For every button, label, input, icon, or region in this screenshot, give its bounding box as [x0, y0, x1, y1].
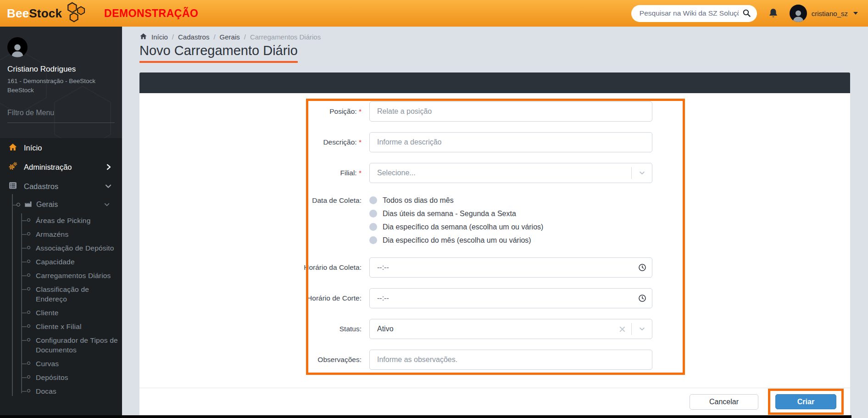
radio-dia-especifico-mes[interactable]: Dia específico do mês (escolha um ou vár…: [369, 234, 652, 247]
select-controls: [613, 319, 652, 339]
breadcrumb-separator: /: [244, 33, 246, 41]
chevron-down-icon[interactable]: [632, 170, 652, 176]
chevron-right-icon: [106, 163, 112, 171]
sidebar-item-label: Cadastros: [24, 182, 98, 191]
username: cristiano_sz: [812, 10, 848, 17]
gears-icon: [8, 162, 17, 173]
sidebar: Cristiano Rodrigues 161 - Demonstração -…: [0, 27, 122, 418]
descricao-input[interactable]: [369, 132, 652, 152]
cancel-button[interactable]: Cancelar: [690, 394, 758, 410]
radio-todos-os-dias[interactable]: Todos os dias do mês: [369, 194, 652, 207]
submenu-group-gerais[interactable]: Gerais: [0, 198, 122, 212]
form-row-posicao: Posição: *: [139, 101, 850, 122]
sidebar-item-label: Administração: [24, 163, 99, 172]
submenu-item-classificacao-de-endereco[interactable]: Classificação de Endereço: [0, 284, 118, 304]
clock-icon[interactable]: [638, 294, 646, 302]
sidebar-item-inicio[interactable]: Início: [0, 138, 122, 157]
submenu-item-areas-de-picking[interactable]: Áreas de Picking: [0, 216, 118, 225]
chevron-down-icon[interactable]: [632, 326, 652, 332]
main-content: Início / Cadastros / Gerais / Carregamen…: [122, 27, 868, 418]
bullet-icon: [27, 375, 30, 379]
home-icon: [8, 143, 17, 153]
create-button-highlight-annotation: Criar: [768, 389, 844, 415]
bullet-icon: [27, 246, 30, 249]
submenu-item-capacidade[interactable]: Capacidade: [0, 257, 118, 267]
submenu-item-cliente[interactable]: Cliente: [0, 308, 118, 318]
radio-button-icon[interactable]: [369, 196, 377, 204]
submenu-item-associacao-de-deposito[interactable]: Associação de Depósito: [0, 243, 118, 253]
sidebar-user-block: Cristiano Rodrigues 161 - Demonstração -…: [0, 27, 122, 95]
sidebar-item-administracao[interactable]: Administração: [0, 157, 122, 177]
bullet-icon: [27, 260, 30, 263]
form-panel-body: Posição: * Descrição: * Filial: * Seleci…: [139, 93, 850, 388]
wiki-search-input[interactable]: [631, 5, 757, 22]
submenu-item-cliente-x-filial[interactable]: Cliente x Filial: [0, 322, 118, 331]
submenu-item-carregamentos-diarios[interactable]: Carregamentos Diários: [0, 271, 118, 280]
horario-corte-input[interactable]: [369, 288, 652, 308]
sidebar-item-cadastros[interactable]: Cadastros: [0, 177, 122, 196]
observacoes-input[interactable]: [369, 350, 652, 370]
bullet-icon: [27, 311, 30, 314]
radio-button-icon[interactable]: [369, 223, 377, 231]
bullet-icon: [27, 287, 30, 290]
page-title: Novo Carregamento Diário: [139, 43, 298, 63]
radio-dias-uteis[interactable]: Dias úteis da semana - Segunda a Sexta: [369, 207, 652, 220]
submenu-item-configurador-de-tipos-de-documentos[interactable]: Configurador de Tipos de Documentos: [0, 335, 118, 355]
submenu-item-docas[interactable]: Docas: [0, 386, 118, 396]
submenu-item-label: Capacidade: [36, 258, 75, 266]
required-asterisk: *: [359, 169, 362, 177]
radio-button-icon[interactable]: [369, 236, 377, 244]
horario-coleta-label: Horário da Coleta:: [139, 263, 369, 272]
posicao-input[interactable]: [369, 101, 652, 122]
submenu-item-curvas[interactable]: Curvas: [0, 359, 118, 368]
clear-x-icon[interactable]: [613, 326, 631, 333]
bullet-icon: [27, 324, 30, 328]
filial-select[interactable]: Selecione...: [369, 163, 652, 183]
label-text: Status:: [339, 325, 362, 333]
sidebar-user-org-line1: 161 - Demonstração - BeeStock: [7, 77, 115, 86]
radio-dia-especifico-semana[interactable]: Dia específico da semana (escolha um ou …: [369, 220, 652, 234]
breadcrumb-cadastros[interactable]: Cadastros: [178, 33, 209, 41]
submenu-item-label: Curvas: [36, 360, 59, 368]
bullet-icon: [27, 218, 30, 222]
status-select[interactable]: Ativo: [369, 319, 652, 339]
form-row-status: Status: Ativo: [139, 319, 850, 339]
bullet-icon: [27, 362, 30, 365]
label-text: Horário da Coleta:: [304, 263, 362, 271]
home-icon[interactable]: [139, 33, 147, 41]
cadastros-submenu-tree: Gerais Áreas de Picking Armazéns Associa…: [0, 198, 122, 396]
label-text: Data de Coleta:: [312, 196, 362, 204]
filial-select-placeholder: Selecione...: [377, 169, 416, 177]
sidebar-avatar: [7, 37, 28, 57]
menu-filter: [7, 107, 115, 124]
breadcrumb-inicio[interactable]: Início: [151, 33, 168, 41]
submenu-item-label: Depósitos: [36, 373, 68, 381]
sidebar-item-label: Início: [24, 144, 115, 152]
user-menu[interactable]: cristiano_sz: [790, 5, 858, 22]
radio-button-icon[interactable]: [369, 210, 377, 217]
label-text: Descrição:: [323, 138, 356, 146]
search-icon[interactable]: [742, 9, 751, 20]
radio-label: Dia específico da semana (escolha um ou …: [383, 223, 543, 231]
breadcrumb-separator: /: [213, 33, 215, 41]
sidebar-user-name: Cristiano Rodrigues: [7, 65, 115, 74]
radio-label: Dia específico do mês (escolha um ou vár…: [383, 236, 531, 245]
select-controls: [631, 163, 652, 183]
breadcrumb-gerais[interactable]: Gerais: [220, 33, 240, 41]
horario-coleta-input[interactable]: [369, 257, 652, 278]
breadcrumb-separator: /: [172, 33, 174, 41]
caret-down-icon: [853, 12, 858, 15]
form-row-filial: Filial: * Selecione...: [139, 163, 850, 183]
bullet-icon: [27, 273, 30, 277]
required-asterisk: *: [359, 138, 362, 146]
submenu-item-label: Configurador de Tipos de Documentos: [36, 336, 118, 354]
submenu-group-label: Gerais: [36, 201, 58, 209]
beestock-logo[interactable]: BeeStock: [7, 2, 87, 25]
create-button[interactable]: Criar: [775, 394, 836, 409]
submenu-item-armazens[interactable]: Armazéns: [0, 229, 118, 239]
submenu-item-depositos[interactable]: Depósitos: [0, 373, 118, 382]
list-icon: [8, 181, 17, 192]
clock-icon[interactable]: [638, 263, 646, 272]
notifications-bell-icon[interactable]: [768, 8, 779, 19]
menu-filter-input[interactable]: [7, 107, 115, 123]
